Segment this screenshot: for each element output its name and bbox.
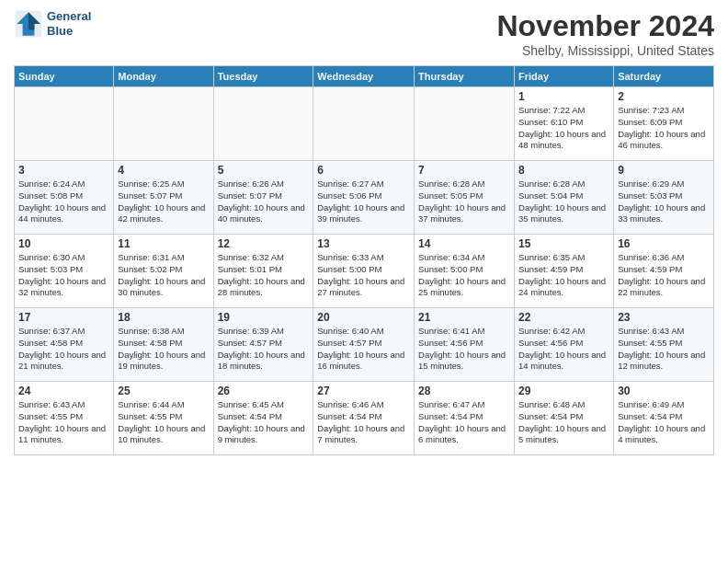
daylight: Daylight: 10 hours and 15 minutes. bbox=[418, 350, 506, 372]
daylight: Daylight: 10 hours and 24 minutes. bbox=[518, 276, 606, 298]
sunrise: Sunrise: 6:45 AM bbox=[218, 399, 284, 409]
weekday-header: Wednesday bbox=[313, 66, 415, 87]
day-number: 5 bbox=[218, 164, 310, 177]
weekday-header: Monday bbox=[114, 66, 213, 87]
daylight: Daylight: 10 hours and 4 minutes. bbox=[618, 423, 705, 445]
day-number: 10 bbox=[18, 237, 109, 250]
sunset: Sunset: 4:56 PM bbox=[418, 338, 483, 348]
logo-icon bbox=[14, 9, 43, 39]
sunrise: Sunrise: 6:25 AM bbox=[118, 178, 184, 189]
daylight: Daylight: 10 hours and 32 minutes. bbox=[18, 276, 106, 298]
daylight: Daylight: 10 hours and 14 minutes. bbox=[518, 350, 606, 372]
sunset: Sunset: 4:58 PM bbox=[118, 338, 182, 348]
day-number: 6 bbox=[317, 164, 410, 177]
calendar-cell: 26Sunrise: 6:45 AMSunset: 4:54 PMDayligh… bbox=[213, 382, 313, 455]
weekday-header: Thursday bbox=[415, 66, 515, 87]
sunrise: Sunrise: 6:40 AM bbox=[317, 326, 383, 336]
sunrise: Sunrise: 6:35 AM bbox=[518, 252, 585, 262]
weekday-header: Sunday bbox=[15, 66, 114, 87]
sunrise: Sunrise: 6:49 AM bbox=[618, 399, 684, 409]
calendar-cell: 27Sunrise: 6:46 AMSunset: 4:54 PMDayligh… bbox=[313, 382, 415, 455]
calendar-cell: 21Sunrise: 6:41 AMSunset: 4:56 PMDayligh… bbox=[415, 308, 515, 382]
daylight: Daylight: 10 hours and 11 minutes. bbox=[18, 423, 106, 445]
sunrise: Sunrise: 6:33 AM bbox=[317, 252, 383, 262]
day-number: 28 bbox=[418, 385, 510, 397]
calendar-cell: 2Sunrise: 7:23 AMSunset: 6:09 PMDaylight… bbox=[614, 87, 714, 161]
sunset: Sunset: 4:54 PM bbox=[418, 411, 483, 421]
calendar-cell bbox=[114, 87, 213, 161]
day-info: Sunrise: 6:45 AMSunset: 4:54 PMDaylight:… bbox=[218, 399, 310, 446]
calendar-cell: 22Sunrise: 6:42 AMSunset: 4:56 PMDayligh… bbox=[515, 308, 614, 382]
daylight: Daylight: 10 hours and 35 minutes. bbox=[518, 202, 606, 224]
daylight: Daylight: 10 hours and 25 minutes. bbox=[418, 276, 506, 298]
calendar-cell: 18Sunrise: 6:38 AMSunset: 4:58 PMDayligh… bbox=[114, 308, 213, 382]
day-info: Sunrise: 6:43 AMSunset: 4:55 PMDaylight:… bbox=[618, 326, 710, 373]
day-info: Sunrise: 6:37 AMSunset: 4:58 PMDaylight:… bbox=[18, 326, 109, 373]
daylight: Daylight: 10 hours and 48 minutes. bbox=[518, 129, 606, 151]
sunset: Sunset: 4:59 PM bbox=[618, 264, 682, 274]
day-info: Sunrise: 6:32 AMSunset: 5:01 PMDaylight:… bbox=[218, 252, 310, 299]
daylight: Daylight: 10 hours and 19 minutes. bbox=[118, 350, 205, 372]
calendar-cell: 14Sunrise: 6:34 AMSunset: 5:00 PMDayligh… bbox=[415, 235, 515, 308]
day-number: 11 bbox=[118, 237, 209, 250]
calendar-cell bbox=[415, 87, 515, 161]
day-number: 13 bbox=[317, 237, 410, 250]
calendar-cell: 23Sunrise: 6:43 AMSunset: 4:55 PMDayligh… bbox=[614, 308, 714, 382]
day-number: 8 bbox=[518, 164, 609, 177]
daylight: Daylight: 10 hours and 39 minutes. bbox=[317, 202, 404, 224]
day-info: Sunrise: 6:27 AMSunset: 5:06 PMDaylight:… bbox=[317, 178, 410, 225]
sunset: Sunset: 5:04 PM bbox=[518, 190, 583, 201]
calendar-cell bbox=[313, 87, 415, 161]
daylight: Daylight: 10 hours and 27 minutes. bbox=[317, 276, 404, 298]
day-info: Sunrise: 6:34 AMSunset: 5:00 PMDaylight:… bbox=[418, 252, 510, 299]
sunset: Sunset: 5:00 PM bbox=[418, 264, 483, 274]
day-info: Sunrise: 6:41 AMSunset: 4:56 PMDaylight:… bbox=[418, 326, 510, 373]
calendar-cell: 15Sunrise: 6:35 AMSunset: 4:59 PMDayligh… bbox=[515, 235, 614, 308]
sunrise: Sunrise: 6:29 AM bbox=[618, 178, 684, 189]
weekday-header: Friday bbox=[515, 66, 614, 87]
day-info: Sunrise: 6:28 AMSunset: 5:05 PMDaylight:… bbox=[418, 178, 510, 225]
logo-line1: General bbox=[47, 9, 91, 24]
day-number: 29 bbox=[518, 385, 609, 397]
day-info: Sunrise: 7:22 AMSunset: 6:10 PMDaylight:… bbox=[518, 105, 609, 152]
day-number: 1 bbox=[518, 90, 609, 103]
day-number: 18 bbox=[118, 311, 209, 324]
day-info: Sunrise: 6:31 AMSunset: 5:02 PMDaylight:… bbox=[118, 252, 209, 299]
day-info: Sunrise: 6:33 AMSunset: 5:00 PMDaylight:… bbox=[317, 252, 410, 299]
sunrise: Sunrise: 6:47 AM bbox=[418, 399, 484, 409]
day-info: Sunrise: 6:29 AMSunset: 5:03 PMDaylight:… bbox=[618, 178, 710, 225]
sunset: Sunset: 5:07 PM bbox=[118, 190, 182, 201]
daylight: Daylight: 10 hours and 16 minutes. bbox=[317, 350, 404, 372]
sunrise: Sunrise: 6:43 AM bbox=[18, 399, 85, 409]
day-info: Sunrise: 6:38 AMSunset: 4:58 PMDaylight:… bbox=[118, 326, 209, 373]
sunset: Sunset: 4:56 PM bbox=[518, 338, 583, 348]
daylight: Daylight: 10 hours and 22 minutes. bbox=[618, 276, 705, 298]
day-number: 27 bbox=[317, 385, 410, 397]
day-number: 21 bbox=[418, 311, 510, 324]
day-info: Sunrise: 6:25 AMSunset: 5:07 PMDaylight:… bbox=[118, 178, 209, 225]
sunrise: Sunrise: 6:34 AM bbox=[418, 252, 484, 262]
day-number: 16 bbox=[618, 237, 710, 250]
calendar-cell: 13Sunrise: 6:33 AMSunset: 5:00 PMDayligh… bbox=[313, 235, 415, 308]
day-number: 4 bbox=[118, 164, 209, 177]
daylight: Daylight: 10 hours and 18 minutes. bbox=[218, 350, 305, 372]
logo-text: General Blue bbox=[47, 9, 91, 38]
daylight: Daylight: 10 hours and 33 minutes. bbox=[618, 202, 705, 224]
calendar-cell bbox=[15, 87, 114, 161]
day-number: 24 bbox=[18, 385, 109, 397]
calendar-table: SundayMondayTuesdayWednesdayThursdayFrid… bbox=[14, 65, 714, 455]
day-info: Sunrise: 6:36 AMSunset: 4:59 PMDaylight:… bbox=[618, 252, 710, 299]
sunset: Sunset: 5:08 PM bbox=[18, 190, 83, 201]
sunrise: Sunrise: 6:39 AM bbox=[218, 326, 284, 336]
calendar-cell: 8Sunrise: 6:28 AMSunset: 5:04 PMDaylight… bbox=[515, 161, 614, 235]
title-block: November 2024 Shelby, Mississippi, Unite… bbox=[496, 9, 714, 58]
calendar-cell: 10Sunrise: 6:30 AMSunset: 5:03 PMDayligh… bbox=[15, 235, 114, 308]
day-number: 7 bbox=[418, 164, 510, 177]
calendar-cell: 3Sunrise: 6:24 AMSunset: 5:08 PMDaylight… bbox=[15, 161, 114, 235]
day-number: 15 bbox=[518, 237, 609, 250]
calendar-week-row: 10Sunrise: 6:30 AMSunset: 5:03 PMDayligh… bbox=[15, 235, 714, 308]
calendar-week-row: 24Sunrise: 6:43 AMSunset: 4:55 PMDayligh… bbox=[15, 382, 714, 455]
day-number: 3 bbox=[18, 164, 109, 177]
sunrise: Sunrise: 6:27 AM bbox=[317, 178, 383, 189]
calendar-cell: 7Sunrise: 6:28 AMSunset: 5:05 PMDaylight… bbox=[415, 161, 515, 235]
